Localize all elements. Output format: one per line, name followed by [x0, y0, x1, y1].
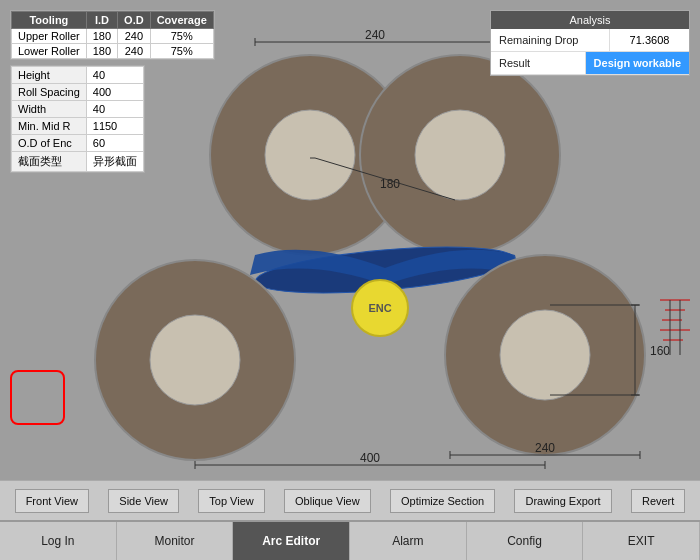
col-coverage: Coverage	[150, 12, 213, 29]
analysis-title: Analysis	[491, 11, 689, 29]
props-row: Height40	[12, 67, 144, 84]
toolbar: Front ViewSide ViewTop ViewOblique ViewO…	[0, 480, 700, 520]
remaining-drop-value: 71.3608	[609, 29, 689, 51]
properties-table: Height40Roll Spacing400Width40Min. Mid R…	[10, 65, 145, 173]
nav-item-alarm[interactable]: Alarm	[350, 522, 467, 560]
enc-label: ENC	[368, 302, 391, 314]
result-label: Result	[491, 52, 585, 74]
col-id: I.D	[86, 12, 117, 29]
toolbar-btn-revert[interactable]: Revert	[631, 489, 685, 513]
table-row: Upper Roller18024075%	[12, 29, 214, 44]
svg-point-12	[150, 315, 240, 405]
nav-item-arc-editor[interactable]: Arc Editor	[233, 522, 350, 560]
toolbar-btn-drawing-export[interactable]: Drawing Export	[514, 489, 611, 513]
toolbar-btn-front-view[interactable]: Front View	[15, 489, 89, 513]
nav-item-log-in[interactable]: Log In	[0, 522, 117, 560]
props-row: O.D of Enc60	[12, 135, 144, 152]
table-row: Lower Roller18024075%	[12, 44, 214, 59]
bottom-nav: Log InMonitorArc EditorAlarmConfigEXIT	[0, 520, 700, 560]
col-od: O.D	[118, 12, 151, 29]
props-row: Roll Spacing400	[12, 84, 144, 101]
dim-top: 240	[365, 28, 385, 42]
main-area: 240 180 160 400	[0, 0, 700, 480]
tooling-table: Tooling I.D O.D Coverage Upper Roller180…	[10, 10, 215, 60]
nav-item-monitor[interactable]: Monitor	[117, 522, 234, 560]
dim-middle: 180	[380, 177, 400, 191]
toolbar-btn-side-view[interactable]: Side View	[108, 489, 179, 513]
toolbar-btn-optimize-section[interactable]: Optimize Section	[390, 489, 495, 513]
col-tooling: Tooling	[12, 12, 87, 29]
dim-bottom-left: 400	[360, 451, 380, 465]
toolbar-btn-oblique-view[interactable]: Oblique View	[284, 489, 371, 513]
dim-right: 160	[650, 344, 670, 358]
props-row: 截面类型异形截面	[12, 152, 144, 172]
remaining-drop-label: Remaining Drop	[491, 29, 609, 51]
result-value: Design workable	[585, 52, 689, 74]
dim-bottom-right: 240	[535, 441, 555, 455]
analysis-panel: Analysis Remaining Drop 71.3608 Result D…	[490, 10, 690, 76]
svg-point-14	[500, 310, 590, 400]
nav-item-config[interactable]: Config	[467, 522, 584, 560]
svg-point-5	[265, 110, 355, 200]
result-row: Result Design workable	[491, 52, 689, 75]
remaining-drop-row: Remaining Drop 71.3608	[491, 29, 689, 52]
toolbar-btn-top-view[interactable]: Top View	[198, 489, 264, 513]
red-rect-overlay	[10, 370, 65, 425]
props-row: Width40	[12, 101, 144, 118]
props-row: Min. Mid R1150	[12, 118, 144, 135]
svg-point-7	[415, 110, 505, 200]
nav-item-exit[interactable]: EXIT	[583, 522, 700, 560]
